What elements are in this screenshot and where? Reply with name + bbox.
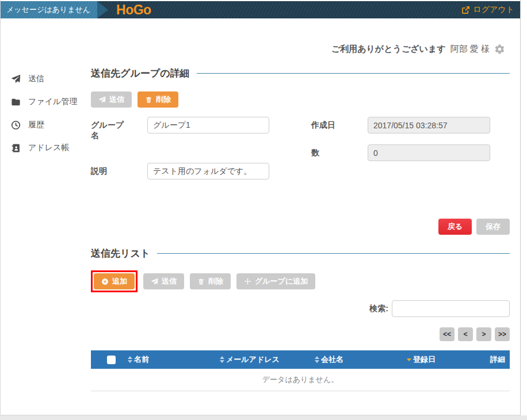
search-label: 検索:: [369, 304, 388, 314]
add-to-group-button[interactable]: グループに追加: [236, 273, 315, 289]
sidebar-item-label: アドレス帳: [28, 143, 69, 153]
column-header-name[interactable]: 名前: [125, 350, 217, 369]
button-label: 削除: [156, 94, 171, 105]
logout-label: ログアウト: [473, 5, 514, 15]
group-delete-button[interactable]: 削除: [138, 91, 178, 108]
column-header-email[interactable]: メールアドレス: [217, 350, 312, 369]
group-send-button[interactable]: 送信: [91, 91, 132, 108]
select-all-checkbox[interactable]: [107, 356, 116, 364]
paper-plane-icon: [151, 278, 158, 285]
search-row: 検索:: [91, 300, 510, 317]
list-send-button[interactable]: 送信: [143, 273, 184, 289]
sidebar-item-history[interactable]: 履歴: [1, 113, 91, 136]
folder-icon: [11, 97, 21, 107]
gear-icon[interactable]: [494, 44, 505, 55]
empty-message: データはありません。: [91, 369, 510, 391]
section-divider: [197, 73, 510, 74]
column-header-detail: 詳細: [471, 350, 510, 369]
plus-circle-icon: [101, 278, 109, 285]
count-field: [368, 144, 490, 161]
recipient-list-title: 送信先リスト: [91, 247, 150, 260]
column-label: 名前: [134, 354, 149, 365]
button-label: 保存: [486, 222, 501, 232]
sidebar-item-send[interactable]: 送信: [1, 67, 91, 90]
group-name-label: グループ名: [91, 117, 147, 141]
list-delete-button[interactable]: 削除: [190, 273, 231, 289]
user-name: 阿部 愛 様: [450, 44, 490, 55]
greeting-row: ご利用ありがとうございます 阿部 愛 様: [1, 44, 505, 55]
sort-icon: [220, 356, 224, 363]
message-badge: メッセージはありません: [1, 1, 97, 18]
clock-icon: [11, 120, 21, 130]
column-header-company[interactable]: 会社名: [312, 350, 404, 369]
column-label: メールアドレス: [226, 354, 280, 365]
bottom-scrollbar-track[interactable]: [0, 415, 527, 420]
form-row: グループ名: [91, 117, 278, 141]
page-first-button[interactable]: <<: [440, 327, 455, 341]
empty-data-row: データはありません。: [91, 369, 510, 391]
group-name-field[interactable]: [147, 117, 269, 133]
created-date-field: [368, 117, 490, 133]
sort-desc-icon: [407, 358, 411, 361]
sidebar-item-addressbook[interactable]: アドレス帳: [1, 136, 91, 159]
pagination: << < > >>: [91, 327, 510, 341]
column-label: 会社名: [321, 354, 343, 365]
content: 送信先グループの詳細 送信 削除 グループ名: [91, 67, 510, 415]
button-label: 削除: [208, 276, 223, 287]
logout-icon: [461, 6, 470, 14]
table-header-row: 名前 メールアドレス 会社名: [91, 350, 510, 369]
section-divider: [157, 253, 510, 254]
column-header-registered[interactable]: 登録日: [404, 350, 471, 369]
column-label: 登録日: [413, 354, 436, 365]
description-label: 説明: [91, 163, 147, 177]
form-right-column: 作成日 数: [311, 117, 491, 201]
page-next-button[interactable]: >: [476, 327, 491, 341]
move-arrows-icon: [244, 278, 251, 285]
sidebar: 送信 ファイル管理 履歴: [1, 67, 91, 415]
back-button[interactable]: 戻る: [438, 219, 472, 235]
main-area: 送信 ファイル管理 履歴: [1, 67, 520, 415]
page-prev-button[interactable]: <: [458, 327, 473, 341]
select-all-header: [91, 350, 125, 369]
badge-arrow-shape: [97, 1, 108, 18]
button-label: 送信: [109, 94, 124, 105]
button-label: 送信: [162, 276, 177, 287]
top-bar: メッセージはありません HoGo ログアウト: [1, 1, 520, 18]
trash-icon: [145, 96, 152, 104]
group-detail-form: グループ名 説明 作成日 数: [91, 117, 510, 201]
form-row: 作成日: [311, 117, 491, 133]
paper-plane-icon: [98, 96, 106, 104]
click-highlight-box: 追加: [91, 270, 138, 292]
app-logo[interactable]: HoGo: [116, 2, 151, 18]
form-actions: 戻る 保存: [91, 219, 510, 235]
add-button[interactable]: 追加: [94, 273, 135, 289]
recipient-table: 名前 メールアドレス 会社名: [91, 350, 510, 391]
group-detail-header: 送信先グループの詳細: [91, 67, 510, 79]
sidebar-item-label: 送信: [28, 74, 44, 84]
logout-button[interactable]: ログアウト: [461, 5, 520, 15]
page-container: メッセージはありません HoGo ログアウト ご利用ありがとうございます 阿部 …: [0, 0, 521, 415]
page-last-button[interactable]: >>: [495, 327, 510, 341]
group-detail-actions: 送信 削除: [91, 91, 510, 108]
recipient-list-actions: 追加 送信 削除 グループに追加: [91, 270, 510, 292]
button-label: 戻る: [448, 222, 463, 232]
trash-icon: [197, 278, 205, 285]
description-field[interactable]: [147, 163, 269, 180]
button-label: 追加: [112, 276, 127, 287]
count-label: 数: [311, 144, 368, 158]
sort-icon: [128, 356, 132, 363]
created-date-label: 作成日: [311, 117, 368, 131]
form-row: 説明: [91, 163, 278, 180]
sort-icon: [315, 356, 319, 363]
group-detail-title: 送信先グループの詳細: [91, 67, 190, 80]
sidebar-item-files[interactable]: ファイル管理: [1, 90, 91, 113]
greeting-text: ご利用ありがとうございます: [331, 44, 446, 55]
button-label: グループに追加: [255, 276, 308, 287]
sidebar-item-label: ファイル管理: [28, 97, 77, 107]
save-button[interactable]: 保存: [476, 219, 510, 235]
sidebar-item-label: 履歴: [28, 120, 44, 130]
form-left-column: グループ名 説明: [91, 117, 278, 201]
form-row: 数: [311, 144, 491, 161]
recipient-list-header: 送信先リスト: [91, 247, 510, 259]
search-input[interactable]: [392, 300, 510, 317]
